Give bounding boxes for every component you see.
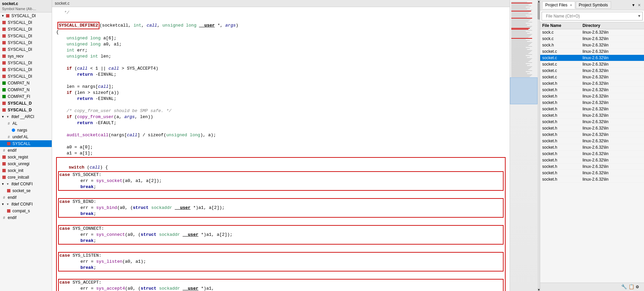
table-row[interactable]: socket.hlinux-2.6.32\lin <box>540 80 644 87</box>
table-row[interactable]: sock.hlinux-2.6.32\lin <box>540 42 644 48</box>
sidebar-item-s19[interactable]: #undef AL <box>0 134 52 140</box>
sidebar-item-s31[interactable]: #endif <box>0 214 52 221</box>
sidebar-item-s24[interactable]: sock_init <box>0 167 52 174</box>
cell-directory: linux-2.6.32\lin <box>583 177 642 182</box>
sidebar-icon-s6 <box>1 47 7 52</box>
sidebar-label-s11: COMPAT_N <box>8 81 30 85</box>
sidebar-icon-s31: # <box>1 215 7 220</box>
sidebar-item-s7[interactable]: sys_recv <box>0 53 52 60</box>
file-search-input[interactable] <box>544 13 638 20</box>
sidebar-item-s2[interactable]: SYSCALL_DI <box>0 19 52 26</box>
sidebar-item-s18[interactable]: nargs <box>0 127 52 134</box>
sidebar-icon-s10 <box>1 74 7 79</box>
right-search-bar: ▼ <box>540 10 644 22</box>
sidebar-icon-s14 <box>1 101 7 106</box>
cell-directory: linux-2.6.32\lin <box>583 75 642 79</box>
table-row[interactable]: socket.hlinux-2.6.32\lin <box>540 138 644 144</box>
sidebar-label-s3: SYSCALL_DI <box>8 27 32 32</box>
table-row[interactable]: socket.hlinux-2.6.32\lin <box>540 112 644 119</box>
sidebar-label-s16: ifdef __ARCI <box>11 114 34 119</box>
cell-filename: socket.c <box>542 56 583 60</box>
table-row[interactable]: socket.hlinux-2.6.32\lin <box>540 132 644 138</box>
tab-project-files[interactable]: Project Files × <box>542 1 575 9</box>
sidebar-item-s12[interactable]: COMPAT_N <box>0 86 52 93</box>
table-row[interactable]: sock.clinux-2.6.32\lin <box>540 36 644 42</box>
sidebar-icon-s17: # <box>6 121 11 126</box>
table-row[interactable]: sock.clinux-2.6.32\lin <box>540 29 644 36</box>
sidebar-item-s13[interactable]: COMPAT_FI <box>0 93 52 100</box>
sidebar-item-s27[interactable]: socket_se <box>0 187 52 194</box>
cell-filename: socket.c <box>542 49 583 54</box>
table-row[interactable]: socket.hlinux-2.6.32\lin <box>540 119 644 125</box>
right-panel-footer: 🔧 📋 ⚙️ <box>540 283 644 291</box>
table-row[interactable]: socket.hlinux-2.6.32\lin <box>540 106 644 112</box>
panel-dropdown[interactable]: ▼ <box>630 2 637 8</box>
table-row[interactable]: socket.hlinux-2.6.32\lin <box>540 125 644 132</box>
sidebar-label-s1: SYSCALL_DI <box>11 13 36 18</box>
sidebar-item-s8[interactable]: SYSCALL_DI <box>0 60 52 66</box>
code-container[interactable]: */ SYSCALL_DEFINE2(socketcall, int, call… <box>52 7 510 291</box>
sidebar-item-s23[interactable]: sock_unregi <box>0 160 52 167</box>
sidebar-item-s6[interactable]: SYSCALL_DI <box>0 46 52 53</box>
sidebar-item-s25[interactable]: core_initcall <box>0 174 52 181</box>
cell-filename: socket.h <box>542 139 583 143</box>
sidebar-item-s29[interactable]: ▼▼ifdef CONFI <box>0 201 52 208</box>
sidebar-item-s15[interactable]: SYSCALL_D <box>0 107 52 113</box>
sidebar-item-s28[interactable]: #endif <box>0 194 52 201</box>
table-row[interactable]: socket.hlinux-2.6.32\lin <box>540 100 644 106</box>
table-row[interactable]: socket.clinux-2.6.32\lin <box>540 55 644 61</box>
sidebar-item-s1[interactable]: ▼SYSCALL_DI <box>0 12 52 19</box>
sidebar-icon-s23 <box>1 161 7 167</box>
sidebar-item-s9[interactable]: SYSCALL_DI <box>0 66 52 73</box>
sidebar-item-s10[interactable]: SYSCALL_DI <box>0 73 52 80</box>
sidebar-label-s22: sock_regist <box>8 155 28 159</box>
cell-filename: sock.c <box>542 36 583 41</box>
cell-directory: linux-2.6.32\lin <box>583 158 642 162</box>
sidebar-item-s14[interactable]: SYSCALL_D <box>0 100 52 107</box>
table-row[interactable]: socket.hlinux-2.6.32\lin <box>540 170 644 176</box>
table-row[interactable]: socket.hlinux-2.6.32\lin <box>540 87 644 93</box>
table-row[interactable]: socket.clinux-2.6.32\lin <box>540 68 644 74</box>
table-row[interactable]: socket.hlinux-2.6.32\lin <box>540 163 644 170</box>
cell-directory: linux-2.6.32\lin <box>583 81 642 86</box>
sidebar-icon-s22 <box>1 154 7 160</box>
sidebar-icon-s28: # <box>1 195 7 200</box>
footer-icon-3[interactable]: ⚙️ <box>636 284 642 290</box>
table-row[interactable]: socket.hlinux-2.6.32\lin <box>540 157 644 163</box>
sidebar-item-s11[interactable]: COMPAT_N <box>0 80 52 86</box>
table-row[interactable]: socket.hlinux-2.6.32\lin <box>540 144 644 151</box>
sidebar-item-s4[interactable]: SYSCALL_DI <box>0 33 52 39</box>
sidebar-icon-s7 <box>1 53 7 59</box>
sidebar-item-s21[interactable]: #endif <box>0 147 52 154</box>
sidebar-header: socket.c Symbol Name (Alt-... <box>0 0 52 12</box>
sidebar-item-s3[interactable]: SYSCALL_DI <box>0 26 52 33</box>
sidebar-item-s20[interactable]: SYSCALL <box>0 140 52 147</box>
sidebar-item-s30[interactable]: compat_s <box>0 208 52 214</box>
tab-project-files-close[interactable]: × <box>570 3 572 7</box>
table-row[interactable]: socket.hlinux-2.6.32\lin <box>540 93 644 100</box>
sidebar-item-s26[interactable]: ▼▼ifdef CONFI <box>0 181 52 187</box>
sidebar-item-s17[interactable]: #AL <box>0 120 52 127</box>
tab-project-symbols[interactable]: Project Symbols <box>576 1 611 9</box>
table-row[interactable]: socket.clinux-2.6.32\lin <box>540 74 644 80</box>
footer-icon-2[interactable]: 📋 <box>629 284 635 290</box>
table-row[interactable]: socket.clinux-2.6.32\lin <box>540 48 644 55</box>
table-row[interactable]: socket.clinux-2.6.32\lin <box>540 61 644 68</box>
sidebar-icon-s5 <box>1 40 7 45</box>
table-row[interactable]: socket.hlinux-2.6.32\lin <box>540 176 644 183</box>
search-dropdown-icon[interactable]: ▼ <box>638 14 640 18</box>
table-row[interactable]: socket.hlinux-2.6.32\lin <box>540 151 644 157</box>
file-table-body[interactable]: sock.clinux-2.6.32\linsock.clinux-2.6.32… <box>540 29 644 283</box>
sidebar-item-s5[interactable]: SYSCALL_DI <box>0 39 52 46</box>
sidebar-icon-s9 <box>1 67 7 72</box>
footer-icon-1[interactable]: 🔧 <box>621 284 627 290</box>
cell-filename: socket.h <box>542 100 583 105</box>
file-tab: socket.c <box>52 0 510 7</box>
sidebar-item-s22[interactable]: sock_regist <box>0 154 52 160</box>
sidebar-icon-s20 <box>6 141 11 146</box>
sidebar-item-s16[interactable]: ▼▼ifdef __ARCI <box>0 113 52 120</box>
sidebar-icon-s26: ▼ <box>5 181 10 187</box>
sidebar-icon-s15 <box>1 107 7 113</box>
panel-close-button[interactable]: × <box>637 2 642 8</box>
sidebar-list[interactable]: ▼SYSCALL_DISYSCALL_DISYSCALL_DISYSCALL_D… <box>0 12 52 291</box>
